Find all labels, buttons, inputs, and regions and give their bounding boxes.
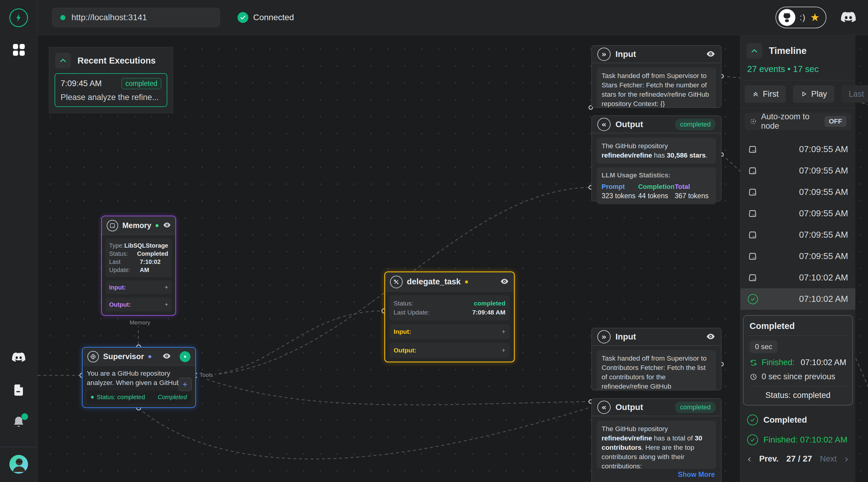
supervisor-node-title: Supervisor <box>103 352 144 361</box>
delegate-status-dot <box>465 281 468 284</box>
memory-node-title: Memory <box>122 221 151 230</box>
auto-zoom-label: Auto-zoom to node <box>761 112 820 131</box>
prev-chevron-icon[interactable]: ‹ <box>747 454 751 464</box>
collapse-timeline-button[interactable] <box>747 43 762 59</box>
input-panel-title: Input <box>615 332 636 342</box>
field-label: Last Update: <box>109 258 140 274</box>
delegate-input-expander[interactable]: Input:+ <box>390 324 510 339</box>
storage-event-icon <box>748 187 757 197</box>
timeline-event[interactable]: 07:10:02 AM <box>741 267 855 288</box>
recent-executions-panel: Recent Executions 7:09:45 AM completed P… <box>49 47 173 113</box>
field-value: LibSQLStorage <box>124 242 168 250</box>
output-arrows-icon: « <box>597 118 611 131</box>
supervisor-eye-button[interactable] <box>162 352 171 361</box>
grid-icon <box>13 44 25 56</box>
storage-event-icon <box>748 144 757 154</box>
event-detail-title: Completed <box>749 321 846 335</box>
timeline-event[interactable]: 07:09:55 AM <box>741 224 855 246</box>
check-circle-icon <box>748 294 758 304</box>
app-logo-icon <box>9 8 28 27</box>
eye-icon <box>162 352 171 361</box>
input-eye-button[interactable] <box>706 332 715 342</box>
supervisor-node[interactable]: Supervisor You are a GitHub repository a… <box>82 347 196 408</box>
collapse-executions-button[interactable] <box>55 53 71 68</box>
prompt-label: Prompt <box>601 183 638 191</box>
delegate-task-node[interactable]: delegate_task Status:completed Last Upda… <box>384 271 515 362</box>
stars-input-panel[interactable]: » Input Task handed off from Supervisor … <box>591 45 721 108</box>
last-event-button[interactable]: Last <box>841 85 868 103</box>
sidebar-item-apps[interactable] <box>13 27 25 56</box>
output-arrows-icon: « <box>597 401 611 414</box>
github-icon <box>778 9 795 26</box>
storage-icon <box>107 220 118 231</box>
total-label: Total <box>675 183 711 191</box>
input-eye-button[interactable] <box>706 49 715 60</box>
plus-icon: + <box>502 328 505 335</box>
next-event-button[interactable]: Next <box>820 454 837 463</box>
execution-item[interactable]: 7:09:45 AM completed Please analyze the … <box>55 73 167 107</box>
memory-eye-button[interactable] <box>163 221 171 230</box>
field-value: Completed <box>137 250 168 258</box>
refresh-icon <box>749 359 757 366</box>
expand-instructions-button[interactable]: + <box>179 378 192 391</box>
prev-event-button[interactable]: Prev. <box>759 454 778 463</box>
github-smiley-label: :) <box>800 13 806 22</box>
timeline-event-selected[interactable]: 07:10:02 AM <box>741 288 855 310</box>
play-outline-icon <box>800 90 807 98</box>
chevron-up-icon <box>750 46 759 56</box>
llm-usage-card: LLM Usage Statistics: Prompt323 tokens C… <box>597 167 716 204</box>
input-text: Task handed off from Supervisor to Contr… <box>597 350 716 390</box>
timeline-event[interactable]: 07:09:55 AM <box>741 246 855 267</box>
timeline-event[interactable]: 07:09:55 AM <box>741 138 855 160</box>
footer-completed-row: Completed <box>741 415 855 425</box>
field-value: 7:09:48 AM <box>472 308 505 317</box>
check-circle-icon <box>747 435 758 445</box>
server-url-input[interactable]: http://localhost:3141 <box>52 8 220 27</box>
supervisor-status-bar: Status: completed Completed <box>87 390 191 404</box>
sidebar-item-discord[interactable] <box>11 349 27 366</box>
recent-executions-title: Recent Executions <box>78 56 156 66</box>
connection-status-label: Connected <box>253 13 294 22</box>
clock-icon <box>749 373 757 381</box>
edge-label-tools: Tools <box>197 371 215 379</box>
delegate-output-expander[interactable]: Output:+ <box>390 343 510 358</box>
contributors-output-panel[interactable]: « Output completed The GitHub repository… <box>591 398 721 482</box>
event-duration-badge: 0 sec <box>749 341 778 353</box>
connected-check-icon <box>238 12 248 23</box>
auto-zoom-icon <box>749 117 757 126</box>
double-chevron-up-icon <box>752 90 759 98</box>
execution-status-badge: completed <box>121 78 161 89</box>
contributors-input-panel[interactable]: » Input Task handed off from Supervisor … <box>591 328 721 390</box>
play-timeline-button[interactable]: Play <box>793 85 834 103</box>
edge-label-memory: Memory <box>127 319 153 327</box>
memory-node[interactable]: Memory Type:LibSQLStorage Status:Complet… <box>101 216 176 316</box>
sidebar <box>0 0 38 482</box>
chevron-up-icon <box>59 56 67 65</box>
timeline-event[interactable]: 07:09:55 AM <box>741 181 855 203</box>
sidebar-item-notifications[interactable] <box>12 415 26 430</box>
field-label: Status: <box>394 299 413 308</box>
show-more-link[interactable]: Show More <box>598 471 715 479</box>
server-url: http://localhost:3141 <box>71 13 147 22</box>
connection-status: Connected <box>238 12 294 23</box>
input-arrows-icon: » <box>597 330 611 344</box>
sidebar-item-docs[interactable] <box>11 383 26 398</box>
auto-zoom-toggle[interactable]: Auto-zoom to node OFF <box>745 113 851 130</box>
first-event-button[interactable]: First <box>745 85 786 103</box>
stars-output-panel[interactable]: « Output completed The GitHub repository… <box>591 116 721 201</box>
memory-output-expander[interactable]: Output:+ <box>105 298 172 312</box>
user-avatar[interactable] <box>9 455 28 474</box>
input-arrows-icon: » <box>597 47 611 61</box>
discord-button[interactable] <box>840 8 857 27</box>
server-status-dot <box>60 15 65 20</box>
timeline-event[interactable]: 07:09:55 AM <box>741 203 855 224</box>
timeline-event[interactable]: 07:09:55 AM <box>741 160 855 181</box>
delegate-eye-button[interactable] <box>500 277 509 287</box>
next-chevron-icon[interactable]: › <box>844 454 849 464</box>
eye-icon <box>163 221 171 229</box>
memory-input-expander[interactable]: Input:+ <box>105 281 172 294</box>
supervisor-status-dot <box>148 355 151 358</box>
github-star-button[interactable]: :) ★ <box>775 7 827 28</box>
input-panel-title: Input <box>615 50 636 59</box>
run-agent-button[interactable] <box>180 351 190 362</box>
